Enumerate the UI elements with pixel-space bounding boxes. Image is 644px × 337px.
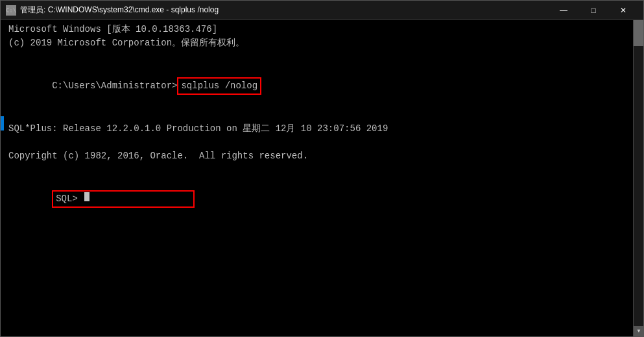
minimize-button[interactable]: — [549, 1, 578, 20]
command-highlight: sqlplus /nolog [177, 77, 261, 95]
sql-prompt-line[interactable]: SQL> [8, 177, 626, 221]
terminal-body[interactable]: Microsoft Windows [版本 10.0.18363.476] (c… [1, 20, 643, 336]
scroll-down-button[interactable]: ▼ [634, 326, 643, 336]
title-bar: C:\ 管理员: C:\WINDOWS\system32\cmd.exe - s… [1, 1, 643, 20]
ms-copyright-line: (c) 2019 Microsoft Corporation。保留所有权利。 [8, 36, 626, 50]
sqlplus-version-line: SQL*Plus: Release 12.2.0.1.0 Production … [8, 122, 626, 136]
cursor-blink [84, 192, 89, 201]
scroll-thumb[interactable] [634, 20, 643, 46]
windows-version-line: Microsoft Windows [版本 10.0.18363.476] [8, 23, 626, 36]
blank-line-3 [8, 136, 626, 149]
maximize-button[interactable]: □ [578, 1, 608, 20]
blank-line-4 [8, 163, 626, 177]
blank-line-2 [8, 108, 626, 122]
close-button[interactable]: ✕ [608, 1, 638, 20]
scrollbar[interactable]: ▲ ▼ [633, 20, 643, 336]
app-icon: C:\ [6, 5, 16, 16]
window-title: 管理员: C:\WINDOWS\system32\cmd.exe - sqlpl… [20, 5, 549, 16]
command-prompt-line: C:\Users\Administrator>sqlplus /nolog [8, 64, 626, 108]
window-controls: — □ ✕ [549, 1, 638, 20]
prompt-prefix: C:\Users\Administrator> [52, 81, 177, 91]
blank-line-1 [8, 50, 626, 64]
sql-prompt-highlight: SQL> [52, 190, 195, 208]
window: C:\ 管理员: C:\WINDOWS\system32\cmd.exe - s… [0, 0, 644, 337]
oracle-copyright-line: Copyright (c) 1982, 2016, Oracle. All ri… [8, 149, 626, 163]
